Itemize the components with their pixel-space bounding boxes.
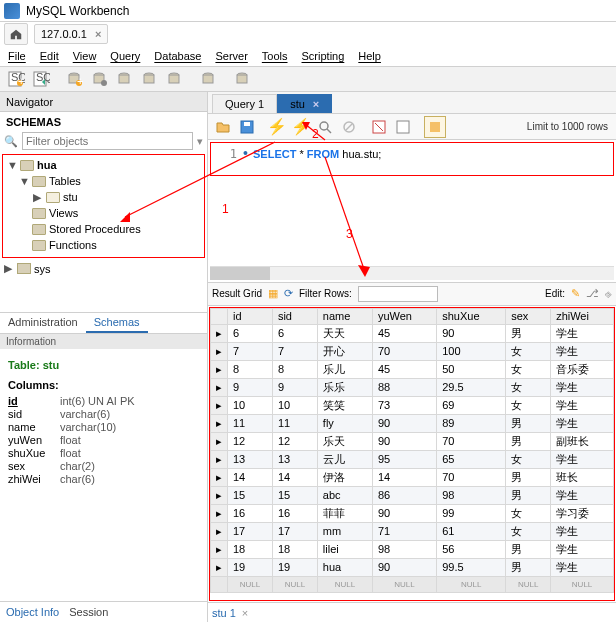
table-row[interactable]: ▸1212乐天9070男副班长 [211,432,614,450]
export-icon[interactable]: ⎇ [586,287,599,300]
db-tool2-icon[interactable] [138,68,162,90]
open-file-icon[interactable] [212,116,234,138]
tree-funcs[interactable]: Functions [5,237,202,253]
column-header[interactable]: yuWen [372,308,436,324]
cell[interactable]: 13 [228,450,273,468]
refresh-icon[interactable]: ⟳ [284,287,293,300]
table-row[interactable]: ▸1111fly9089男学生 [211,414,614,432]
cell[interactable]: 71 [372,522,436,540]
execute-current-icon[interactable]: ⚡ [290,116,312,138]
cell[interactable]: 13 [272,450,317,468]
tree-views[interactable]: Views [5,205,202,221]
table-row[interactable]: ▸88乐儿4550女音乐委 [211,360,614,378]
menu-tools[interactable]: Tools [262,50,288,62]
cell[interactable]: 男 [506,486,551,504]
table-row[interactable]: ▸1616菲菲9099女学习委 [211,504,614,522]
explain-icon[interactable] [314,116,336,138]
open-sql-icon[interactable]: SQL [29,68,53,90]
column-header[interactable]: id [228,308,273,324]
result-tab-stu1[interactable]: stu 1 [212,607,236,619]
cell[interactable]: 男 [506,324,551,342]
cell[interactable]: 98 [372,540,436,558]
cell[interactable]: 70 [437,432,506,450]
toggle3-icon[interactable] [424,116,446,138]
cell[interactable]: 95 [372,450,436,468]
edit-icon[interactable]: ✎ [571,287,580,300]
cell[interactable]: 12 [272,432,317,450]
menu-query[interactable]: Query [110,50,140,62]
db-tool3-icon[interactable] [163,68,187,90]
cell[interactable]: lilei [317,540,372,558]
cell[interactable]: 98 [437,486,506,504]
tab-schemas[interactable]: Schemas [86,313,148,333]
limit-label[interactable]: Limit to 1000 rows [527,121,612,132]
cell[interactable]: 学生 [551,396,614,414]
cell[interactable]: 男 [506,558,551,576]
menu-server[interactable]: Server [215,50,247,62]
tree-db[interactable]: ▼hua [5,157,202,173]
menu-file[interactable]: File [8,50,26,62]
grid-view-icon[interactable]: ▦ [268,287,278,300]
toggle2-icon[interactable] [392,116,414,138]
menu-view[interactable]: View [73,50,97,62]
sql-editor[interactable]: 1 • SELECT * FROM hua.stu; [210,142,614,176]
tree-table-stu[interactable]: ▶stu [5,189,202,205]
cell[interactable]: 乐天 [317,432,372,450]
cell[interactable]: 8 [228,360,273,378]
cell[interactable]: 45 [372,360,436,378]
cell[interactable]: 乐乐 [317,378,372,396]
filter-input[interactable] [22,132,193,150]
cell[interactable]: fly [317,414,372,432]
sql-code[interactable]: SELECT * FROM hua.stu; [253,147,381,161]
cell[interactable]: 7 [228,342,273,360]
close-icon[interactable]: × [313,98,319,110]
cell[interactable]: 88 [372,378,436,396]
tree-sys[interactable]: ▶sys [0,260,207,277]
cell[interactable]: 90 [372,558,436,576]
table-row[interactable]: ▸99乐乐8829.5女学生 [211,378,614,396]
cell[interactable]: 86 [372,486,436,504]
cell[interactable]: hua [317,558,372,576]
cell[interactable]: 90 [372,414,436,432]
cell[interactable]: 65 [437,450,506,468]
cell[interactable]: 11 [228,414,273,432]
cell[interactable]: 学生 [551,342,614,360]
close-icon[interactable]: × [95,28,101,40]
cell[interactable]: 89 [437,414,506,432]
cell[interactable]: 女 [506,522,551,540]
home-button[interactable] [4,23,28,45]
column-header[interactable]: zhiWei [551,308,614,324]
tab-query-1[interactable]: Query 1 [212,94,277,113]
column-header[interactable]: sex [506,308,551,324]
cell[interactable]: 9 [272,378,317,396]
table-row[interactable]: ▸1818lilei9856男学生 [211,540,614,558]
cell[interactable]: 乐儿 [317,360,372,378]
cell[interactable]: 99.5 [437,558,506,576]
db-tool5-icon[interactable] [231,68,255,90]
import-icon[interactable]: ⎆ [605,288,612,300]
cell[interactable]: 学生 [551,486,614,504]
cell[interactable]: 男 [506,540,551,558]
column-header[interactable]: name [317,308,372,324]
db-tool4-icon[interactable] [197,68,221,90]
table-row[interactable]: ▸1717mm7161女学生 [211,522,614,540]
result-grid[interactable]: idsidnameyuWenshuXuesexzhiWei ▸66天天4590男… [210,308,614,593]
cell[interactable]: 笑笑 [317,396,372,414]
table-row[interactable]: ▸1313云儿9565女学生 [211,450,614,468]
cell[interactable]: 7 [272,342,317,360]
cell[interactable]: 15 [228,486,273,504]
cell[interactable]: 8 [272,360,317,378]
cell[interactable]: 副班长 [551,432,614,450]
menu-edit[interactable]: Edit [40,50,59,62]
cell[interactable]: 61 [437,522,506,540]
cell[interactable]: 69 [437,396,506,414]
cell[interactable]: 90 [437,324,506,342]
execute-icon[interactable]: ⚡ [266,116,288,138]
editor-hscroll[interactable] [210,266,614,280]
cell[interactable]: 15 [272,486,317,504]
cell[interactable]: 学生 [551,558,614,576]
cell[interactable]: 56 [437,540,506,558]
cell[interactable]: 18 [272,540,317,558]
cell[interactable]: 14 [272,468,317,486]
cell[interactable]: 女 [506,396,551,414]
